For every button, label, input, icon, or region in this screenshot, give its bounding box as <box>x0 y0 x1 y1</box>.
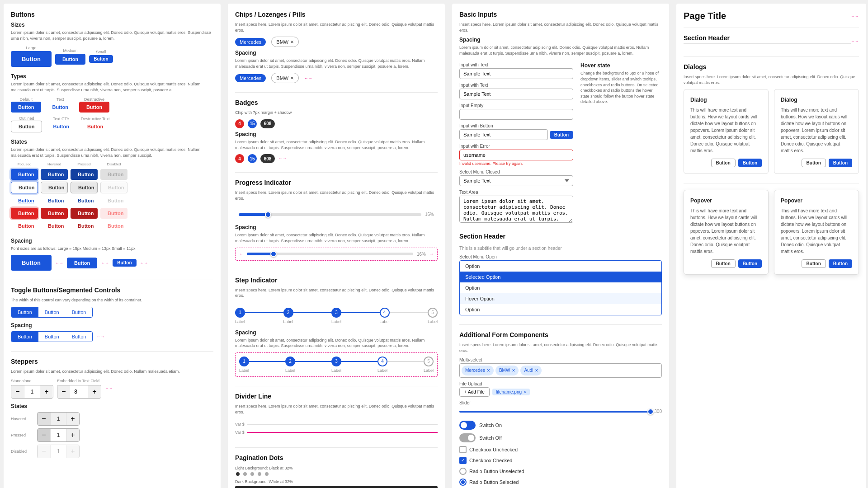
dialog-2-btn2[interactable]: Button <box>829 159 852 167</box>
stepper-decrement-1[interactable]: − <box>11 385 24 398</box>
spacing-medium-btn[interactable]: Button <box>67 258 97 268</box>
outlined-pressed-btn[interactable]: Button <box>71 182 98 193</box>
additional-content: Multi-select Mercedes × BMW × Au <box>459 357 662 488</box>
add-file-button[interactable]: + Add File <box>459 387 490 397</box>
dialog-2-title: Dialog <box>781 96 852 104</box>
dropdown-option-3[interactable]: Option <box>460 282 661 293</box>
text-type-col: Text Button <box>45 96 75 113</box>
stepper-disabled-row: Disabled − 1 + <box>11 445 213 458</box>
file-chip-close[interactable]: × <box>524 389 526 394</box>
spacing-large-btn[interactable]: Button <box>11 255 52 271</box>
input-button-btn[interactable]: Button <box>550 131 573 139</box>
destructive-text-button[interactable]: Button <box>80 121 110 132</box>
slider-thumb[interactable] <box>647 408 654 415</box>
input-with-text-field-2[interactable] <box>459 89 573 99</box>
dialog-2-btn1[interactable]: Button <box>802 159 826 167</box>
badges-row: 4 15 608 <box>235 119 438 128</box>
default-button[interactable]: Button <box>11 102 41 113</box>
popover-2-btn2[interactable]: Button <box>829 259 852 268</box>
step-s-line-3 <box>341 361 377 362</box>
toggle-spacing-btn-2[interactable]: Button <box>38 332 66 342</box>
textarea-field[interactable]: Lorem ipsum dolor sit amet, consectetur … <box>459 196 573 223</box>
popover-1-btn1[interactable]: Button <box>711 259 736 268</box>
embedded-stepper[interactable]: − + <box>57 385 101 399</box>
destr-focused-btn[interactable]: Button <box>11 208 38 219</box>
text-cta-button[interactable]: Button <box>46 121 76 132</box>
outlined-focused-btn[interactable]: Button <box>11 182 38 193</box>
dialog-1-btn1[interactable]: Button <box>711 159 736 167</box>
dropdown-option-4[interactable]: Hover Option <box>460 293 661 304</box>
switch-on-toggle[interactable] <box>459 421 476 430</box>
outlined-button[interactable]: Button <box>11 121 42 132</box>
destrtext-focused-btn[interactable]: Button <box>11 221 38 231</box>
stepper-increment-1[interactable]: + <box>40 385 53 398</box>
primary-focused-btn[interactable]: Button <box>11 169 38 180</box>
standalone-stepper[interactable]: − 1 + <box>11 385 53 399</box>
toggle-spacing-btn-3[interactable]: Button <box>66 332 93 342</box>
large-button[interactable]: Button <box>11 51 52 67</box>
multiselect-field[interactable]: Mercedes × BMW × Audi × <box>459 363 662 378</box>
select-closed-field[interactable]: Sample Text <box>459 175 573 186</box>
popover-2-btn1[interactable]: Button <box>802 259 826 268</box>
progress-spacing-label: Spacing <box>235 224 438 230</box>
destr-pressed-btn[interactable]: Button <box>71 208 98 219</box>
radio-selected-circle[interactable] <box>459 479 467 486</box>
step-1: 1 <box>235 308 245 318</box>
multiselect-label: Multi-select <box>459 357 662 362</box>
radio-unselected-circle[interactable] <box>459 468 467 475</box>
destrtext-pressed-btn[interactable]: Button <box>71 221 98 231</box>
input-empty-field[interactable] <box>459 109 573 120</box>
stepper-increment-2[interactable]: + <box>88 385 101 398</box>
multi-chip-close-3[interactable]: × <box>535 367 538 374</box>
text-focused-btn[interactable]: Button <box>11 195 38 206</box>
dialog-2-body: This will have more text and buttons. Ho… <box>781 107 852 154</box>
primary-hovered-btn[interactable]: Button <box>41 169 68 180</box>
destructive-button[interactable]: Button <box>79 102 109 113</box>
text-label: Text <box>57 97 64 102</box>
multi-chip-close-2[interactable]: × <box>512 367 515 374</box>
popovers-section: Popover This will have more text and but… <box>684 190 859 275</box>
medium-label: Medium <box>63 48 78 53</box>
outlined-hovered-btn[interactable]: Button <box>41 182 68 193</box>
input-button-field[interactable] <box>459 129 548 140</box>
text-pressed-btn[interactable]: Button <box>71 195 98 206</box>
toggle-btn-2[interactable]: Button <box>38 307 66 317</box>
column-1: Buttons Sizes Lorem ipsum dolor sit amet… <box>4 4 221 488</box>
steppers-desc: Lorem ipsum dolor sit amet, consectetur … <box>11 369 213 375</box>
checkbox-unchecked-box[interactable] <box>459 446 467 453</box>
stepper-decrement-2[interactable]: − <box>57 385 70 398</box>
medium-button[interactable]: Button <box>55 54 85 65</box>
checkbox-checked-box[interactable]: ✓ <box>459 457 467 464</box>
dialog-1-btn2[interactable]: Button <box>738 159 762 167</box>
popover-1-btn2[interactable]: Button <box>738 259 762 268</box>
dropdown-option-5[interactable]: Option <box>460 304 661 315</box>
stepper-h-decrement: − <box>38 413 50 425</box>
toggle-group-2[interactable]: Button Button Button <box>11 331 93 342</box>
destr-hovered-btn[interactable]: Button <box>41 208 68 219</box>
chip-spacing-mercedes: Mercedes <box>235 74 266 82</box>
toggle-spacing-btn-1[interactable]: Button <box>11 332 38 342</box>
multi-chip-close-1[interactable]: × <box>487 367 490 374</box>
toggle-group-1[interactable]: Button Button Button <box>11 307 93 318</box>
chip-mercedes[interactable]: Mercedes <box>235 38 266 46</box>
text-button[interactable]: Button <box>45 102 75 113</box>
toggle-btn-1[interactable]: Button <box>11 307 38 317</box>
text-hovered-btn[interactable]: Button <box>41 195 68 206</box>
popover-1: Popover This will have more text and but… <box>684 190 769 275</box>
chips-title: Chips / Lozenges / Pills <box>235 11 438 18</box>
input-with-text-field[interactable] <box>459 68 573 79</box>
spacing-small-btn[interactable]: Button <box>113 259 136 267</box>
dropdown-option-2[interactable]: Selected Option <box>460 272 661 282</box>
chip-close-icon[interactable]: × <box>290 38 294 45</box>
outlined-disabled-btn: Button <box>100 182 127 193</box>
chip-bmw[interactable]: BMW × <box>271 37 298 47</box>
input-error-field[interactable] <box>459 150 573 160</box>
destrtext-hovered-btn[interactable]: Button <box>41 221 68 231</box>
dropdown-option-1[interactable]: Option <box>460 261 661 272</box>
stepper-input[interactable] <box>70 389 88 395</box>
outlined-states-row: Button Button Button Button <box>11 182 213 193</box>
primary-pressed-btn[interactable]: Button <box>71 169 98 180</box>
toggle-btn-3[interactable]: Button <box>66 307 93 317</box>
switch-off-toggle[interactable] <box>459 433 476 442</box>
small-button[interactable]: Button <box>89 55 113 63</box>
